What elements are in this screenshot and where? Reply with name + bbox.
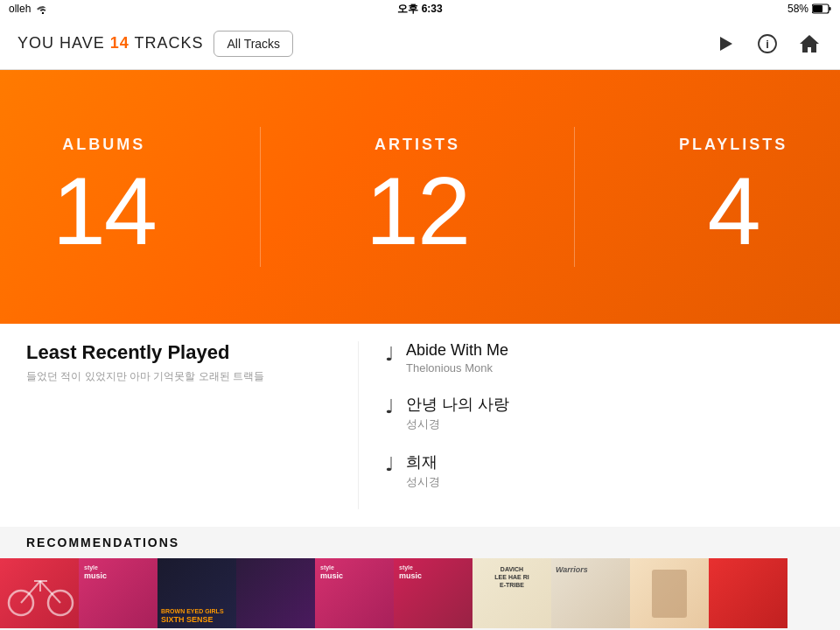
recommendation-thumb-10[interactable] bbox=[709, 558, 788, 628]
track-list: ♩ Abide With Me Thelonious Monk ♩ 안녕 나의 … bbox=[376, 341, 814, 509]
albums-label: ALBUMS bbox=[52, 136, 156, 154]
artists-stat: ARTISTS 12 bbox=[366, 136, 469, 259]
info-icon: i bbox=[757, 33, 778, 54]
svg-rect-2 bbox=[830, 7, 831, 10]
recommendation-thumb-7[interactable]: DAVICH LEE HAE RI E-TRIBE bbox=[472, 558, 551, 628]
playlists-stat: PLAYLISTS 4 bbox=[679, 136, 788, 259]
carrier-text: olleh bbox=[9, 3, 31, 15]
home-button[interactable] bbox=[796, 31, 822, 57]
status-time: 오후 6:33 bbox=[397, 2, 442, 17]
playlists-label: PLAYLISTS bbox=[679, 136, 788, 154]
header-icons: i bbox=[712, 31, 822, 57]
track-info: Abide With Me Thelonious Monk bbox=[406, 341, 508, 374]
music-note-icon: ♩ bbox=[385, 343, 394, 366]
artists-label: ARTISTS bbox=[366, 136, 469, 154]
playlists-value: 4 bbox=[679, 163, 788, 259]
play-icon bbox=[715, 33, 736, 54]
you-have-label: YOU HAVE bbox=[18, 34, 105, 52]
track-artist: Thelonious Monk bbox=[406, 361, 508, 374]
stats-banner: ALBUMS 14 ARTISTS 12 PLAYLISTS 4 bbox=[0, 70, 840, 324]
recommendation-thumb-1[interactable] bbox=[0, 558, 79, 628]
header-left: YOU HAVE 14 TRACKS All Tracks bbox=[18, 31, 293, 57]
bike-icon bbox=[4, 558, 82, 625]
svg-marker-7 bbox=[800, 35, 819, 52]
track-name: 안녕 나의 사랑 bbox=[406, 394, 509, 415]
stat-divider-1 bbox=[260, 127, 261, 267]
recommendations-label: RECOMMENDATIONS bbox=[0, 536, 840, 558]
status-left: olleh bbox=[9, 3, 50, 15]
tracks-label: TRACKS bbox=[134, 34, 203, 52]
main-content: Least Recently Played 들었던 적이 있었지만 아마 기억못… bbox=[0, 324, 840, 527]
track-name: 희재 bbox=[406, 452, 440, 472]
recommendation-thumb-3[interactable]: BROWN EYED GIRLS SIXTH SENSE bbox=[158, 558, 236, 628]
svg-text:i: i bbox=[766, 38, 769, 51]
list-item[interactable]: ♩ 희재 성시경 bbox=[385, 452, 814, 490]
battery-icon bbox=[812, 4, 831, 14]
recommendation-thumb-6[interactable]: style music bbox=[394, 558, 472, 628]
albums-value: 14 bbox=[52, 163, 156, 259]
wifi-icon bbox=[36, 4, 50, 14]
music-note-icon: ♩ bbox=[385, 396, 394, 418]
recommendation-thumb-5[interactable]: style music bbox=[315, 558, 394, 628]
recommendation-thumb-4[interactable] bbox=[236, 558, 315, 628]
recommendations-thumbnails: style music BROWN EYED GIRLS SIXTH SENSE… bbox=[0, 558, 840, 628]
header: YOU HAVE 14 TRACKS All Tracks i bbox=[0, 18, 840, 70]
track-info: 안녕 나의 사랑 성시경 bbox=[406, 394, 509, 432]
track-artist: 성시경 bbox=[406, 474, 440, 490]
music-note-icon: ♩ bbox=[385, 453, 394, 476]
list-item[interactable]: ♩ 안녕 나의 사랑 성시경 bbox=[385, 394, 814, 432]
battery-text: 58% bbox=[788, 3, 808, 15]
albums-stat: ALBUMS 14 bbox=[52, 136, 156, 259]
section-title: Least Recently Played bbox=[26, 341, 332, 364]
svg-rect-3 bbox=[813, 5, 822, 12]
stat-divider-2 bbox=[574, 127, 575, 267]
info-button[interactable]: i bbox=[754, 31, 780, 57]
recommendation-thumb-9[interactable] bbox=[630, 558, 709, 628]
svg-marker-4 bbox=[720, 37, 732, 51]
status-bar: olleh 오후 6:33 58% bbox=[0, 0, 840, 18]
track-name: Abide With Me bbox=[406, 341, 508, 360]
section-subtitle: 들었던 적이 있었지만 아마 기억못할 오래된 트랙들 bbox=[26, 369, 332, 384]
recommendations-section: RECOMMENDATIONS style music BROWN EYED G… bbox=[0, 527, 840, 628]
track-artist: 성시경 bbox=[406, 416, 509, 432]
recommendation-thumb-2[interactable]: style music bbox=[79, 558, 158, 628]
track-info: 희재 성시경 bbox=[406, 452, 440, 490]
least-recently-played-section: Least Recently Played 들었던 적이 있었지만 아마 기억못… bbox=[26, 341, 359, 509]
track-count: 14 bbox=[110, 34, 130, 52]
artists-value: 12 bbox=[366, 163, 469, 259]
play-button[interactable] bbox=[712, 31, 738, 57]
list-item[interactable]: ♩ Abide With Me Thelonious Monk bbox=[385, 341, 814, 374]
svg-point-0 bbox=[42, 12, 44, 14]
status-right: 58% bbox=[788, 3, 831, 15]
home-icon bbox=[798, 32, 821, 55]
header-title: YOU HAVE 14 TRACKS bbox=[18, 34, 203, 52]
all-tracks-button[interactable]: All Tracks bbox=[214, 31, 293, 57]
recommendation-thumb-8[interactable]: Warriors bbox=[551, 558, 630, 628]
